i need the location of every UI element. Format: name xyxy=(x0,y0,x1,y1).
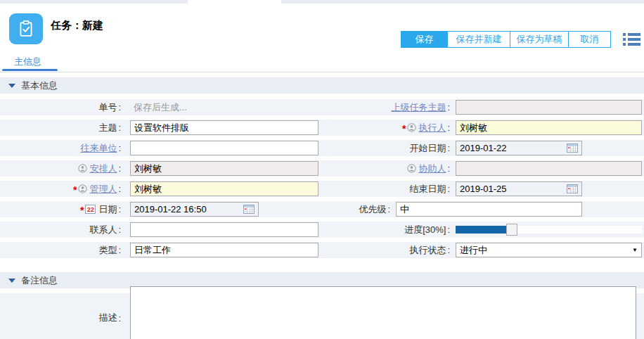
label-colon: : xyxy=(118,184,121,194)
page-title: 任务：新建 xyxy=(51,19,103,32)
field-label: 上级任务主题 : xyxy=(318,101,450,114)
label-colon: : xyxy=(447,224,450,235)
field-label-text: 优先级 xyxy=(359,203,386,216)
section-basic-info[interactable]: 基本信息 xyxy=(0,77,644,94)
field-label: *管理人 : xyxy=(0,183,121,196)
readonly-generated-value: 保存后生成... xyxy=(130,101,318,114)
progress-fill xyxy=(456,226,506,234)
field-label-link[interactable]: 管理人 xyxy=(89,183,117,196)
required-field[interactable] xyxy=(130,181,318,196)
status-select[interactable]: 进行中▼ xyxy=(456,243,642,257)
section-notes-title: 备注信息 xyxy=(21,274,58,287)
label-colon: : xyxy=(118,245,121,255)
calendar-picker-icon[interactable] xyxy=(243,205,255,214)
field-label: 往来单位 : xyxy=(0,142,121,155)
field-label-text: 执行状态 xyxy=(409,244,446,257)
field-label: *执行人 : xyxy=(318,122,450,134)
field-label-link[interactable]: 安排人 xyxy=(89,162,117,175)
required-asterisk: * xyxy=(80,205,84,216)
save-button[interactable]: 保存 xyxy=(401,31,448,48)
active-tab-gap xyxy=(188,0,281,4)
field-label-text: 日期 xyxy=(98,203,117,216)
text-input[interactable] xyxy=(130,141,318,155)
section-basic-title: 基本信息 xyxy=(21,79,58,92)
toolbar: 保存 保存并新建 保存为草稿 取消 xyxy=(401,31,611,48)
label-colon: : xyxy=(447,245,450,255)
date-value: 2019-01-22 xyxy=(460,143,507,153)
form-row: 往来单位 :开始日期 :2019-01-22 xyxy=(0,140,644,156)
chevron-down-icon: ▼ xyxy=(632,247,638,253)
field-label-text: 类型 xyxy=(98,244,117,257)
field-label: 开始日期 : xyxy=(318,142,450,155)
required-asterisk: * xyxy=(402,123,406,134)
person-icon xyxy=(407,164,416,173)
field-label: 协助人 : xyxy=(318,162,450,175)
text-input[interactable] xyxy=(130,243,318,257)
field-label: 优先级 : xyxy=(259,203,390,216)
label-colon: : xyxy=(118,204,121,215)
field-label-text: 开始日期 xyxy=(409,142,446,155)
field-label-link[interactable]: 上级任务主题 xyxy=(391,101,446,114)
text-input[interactable] xyxy=(130,120,318,135)
form-row: 单号 :保存后生成...上级任务主题 : xyxy=(0,99,644,115)
list-menu-icon[interactable] xyxy=(623,33,641,48)
field-label-link[interactable]: 往来单位 xyxy=(80,142,117,155)
label-colon: : xyxy=(387,204,390,215)
tabbar-divider xyxy=(0,72,644,72)
field-label: 结束日期 : xyxy=(318,183,450,196)
task-app-icon xyxy=(9,13,43,44)
tab-active-underline xyxy=(2,69,58,71)
save-as-draft-button[interactable]: 保存为草稿 xyxy=(510,31,569,48)
form-row: 主题 :*执行人 : xyxy=(0,120,644,136)
progress-track xyxy=(517,226,643,234)
field-label: *22日期 : xyxy=(0,203,121,216)
form-row: 类型 :执行状态 :进行中▼ xyxy=(0,242,644,258)
field-label-text: 进度[30%] xyxy=(404,224,446,236)
field-label-link[interactable]: 协助人 xyxy=(418,162,446,175)
field-label-text: 结束日期 xyxy=(409,183,446,196)
form-row: 联系人 :进度[30%] : xyxy=(0,222,644,238)
label-colon: : xyxy=(118,163,121,174)
collapse-triangle-icon xyxy=(8,279,15,283)
text-input[interactable] xyxy=(130,222,318,237)
readonly-field[interactable] xyxy=(456,161,642,176)
readonly-field[interactable] xyxy=(456,100,642,115)
cancel-button[interactable]: 取消 xyxy=(568,31,611,48)
date-field[interactable]: 2019-01-25 xyxy=(456,181,582,196)
calendar-picker-icon[interactable] xyxy=(567,143,578,153)
form-row: 安排人 :协助人 : xyxy=(0,160,644,177)
slider-handle[interactable] xyxy=(506,224,517,236)
tab-main-info[interactable]: 主信息 xyxy=(14,56,41,68)
readonly-field[interactable] xyxy=(130,161,318,176)
field-label: 安排人 : xyxy=(0,162,121,175)
field-label: 进度[30%] : xyxy=(318,224,450,236)
field-label: 执行状态 : xyxy=(318,244,450,257)
label-colon: : xyxy=(118,143,121,153)
field-label-text: 单号 xyxy=(98,101,117,114)
field-label-link[interactable]: 执行人 xyxy=(418,122,446,134)
person-icon xyxy=(407,123,416,132)
label-colon: : xyxy=(118,102,121,113)
calendar-22-icon: 22 xyxy=(85,205,96,214)
form-content: 基本信息 单号 :保存后生成...上级任务主题 :主题 :*执行人 :往来单位 … xyxy=(0,77,644,339)
calendar-picker-icon[interactable] xyxy=(567,184,578,193)
date-field[interactable]: 2019-01-22 xyxy=(456,141,582,155)
required-asterisk: * xyxy=(73,184,77,196)
field-label: 联系人 : xyxy=(0,224,121,236)
form-row: *管理人 :结束日期 :2019-01-25 xyxy=(0,181,644,197)
field-label: 主题 : xyxy=(0,122,121,134)
description-row: 描述 : xyxy=(0,293,644,339)
description-textarea[interactable] xyxy=(130,286,636,339)
field-label: 单号 : xyxy=(0,101,121,114)
date-field[interactable]: 2019-01-22 16:50 xyxy=(130,202,259,217)
clipboard-check-icon xyxy=(16,19,36,39)
browser-tabstrip-edge xyxy=(0,0,644,4)
field-label-description: 描述 : xyxy=(0,312,121,324)
progress-slider[interactable] xyxy=(456,224,642,236)
label-colon: : xyxy=(118,122,121,133)
save-and-new-button[interactable]: 保存并新建 xyxy=(447,31,510,48)
text-input[interactable] xyxy=(396,202,582,217)
date-value: 2019-01-25 xyxy=(460,184,507,194)
required-field[interactable] xyxy=(456,120,642,135)
label-colon: : xyxy=(447,163,450,174)
